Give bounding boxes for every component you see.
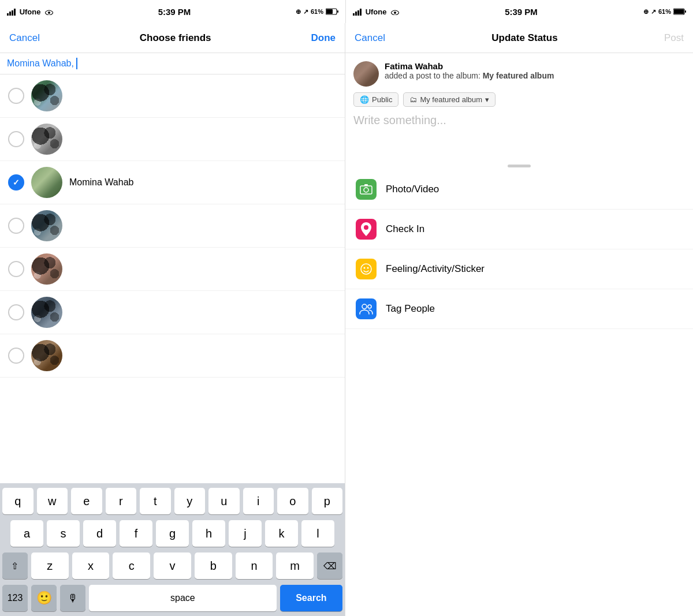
emoji-key[interactable]: 🙂	[31, 585, 57, 611]
svg-rect-11	[360, 9, 362, 16]
cancel-button[interactable]: Cancel	[9, 32, 40, 44]
list-item[interactable]	[0, 248, 345, 291]
right-time: 5:39 PM	[399, 7, 643, 17]
friend-checkbox[interactable]	[8, 304, 24, 320]
key-y[interactable]: y	[174, 488, 206, 514]
avatar	[31, 297, 62, 328]
mic-key[interactable]: 🎙	[60, 585, 85, 611]
key-b[interactable]: b	[195, 552, 232, 579]
key-v[interactable]: v	[154, 552, 191, 579]
key-l[interactable]: l	[301, 520, 334, 547]
search-button[interactable]: Search	[280, 585, 342, 611]
left-time: 5:39 PM	[53, 7, 296, 17]
main-container: Cancel Choose friends Done Momina Wahab,	[0, 23, 693, 616]
left-status-bar: Ufone 5:39 PM ⊕ ↗ 61%	[0, 0, 345, 23]
friend-checkbox[interactable]	[8, 348, 24, 364]
battery-pct: 61%	[311, 8, 323, 15]
key-t[interactable]: t	[140, 488, 171, 514]
space-key[interactable]: space	[89, 585, 277, 611]
feeling-label: Feeling/Activity/Sticker	[386, 263, 485, 275]
avatar	[31, 80, 62, 111]
tag-people-label: Tag People	[386, 303, 435, 315]
key-a[interactable]: a	[10, 520, 43, 547]
list-item[interactable]: Momina Wahab	[0, 161, 345, 204]
feeling-icon	[356, 259, 377, 279]
key-p[interactable]: p	[312, 488, 343, 514]
friend-checkbox-checked[interactable]	[8, 174, 24, 191]
num-key[interactable]: 123	[2, 585, 28, 611]
list-item[interactable]	[0, 74, 345, 118]
action-item-photo[interactable]: Photo/Video	[345, 170, 693, 210]
done-button[interactable]: Done	[311, 32, 336, 44]
cursor	[76, 58, 77, 69]
action-item-checkin[interactable]: Check In	[345, 210, 693, 249]
list-item[interactable]	[0, 204, 345, 248]
tag-item: Momina Wahab,	[7, 58, 74, 69]
key-j[interactable]: j	[229, 520, 262, 547]
key-e[interactable]: e	[71, 488, 102, 514]
action-item-feeling[interactable]: Feeling/Activity/Sticker	[345, 249, 693, 289]
list-item[interactable]	[0, 334, 345, 378]
key-z[interactable]: z	[31, 552, 69, 579]
shift-key[interactable]: ⇧	[2, 552, 28, 579]
list-item[interactable]	[0, 118, 345, 161]
svg-rect-16	[360, 186, 372, 194]
svg-point-4	[48, 12, 50, 14]
key-d[interactable]: d	[83, 520, 116, 547]
check-in-icon	[356, 219, 377, 240]
right-carrier: Ufone	[353, 8, 399, 16]
key-f[interactable]: f	[120, 520, 152, 547]
friend-checkbox[interactable]	[8, 131, 24, 147]
key-q[interactable]: q	[2, 488, 33, 514]
svg-rect-10	[357, 10, 359, 16]
avatar	[31, 340, 62, 371]
svg-rect-1	[9, 12, 11, 16]
friend-checkbox[interactable]	[8, 261, 24, 277]
key-n[interactable]: n	[236, 552, 273, 579]
left-icons: ⊕ ↗ 61%	[296, 8, 338, 16]
right-cancel-button[interactable]: Cancel	[355, 32, 385, 44]
svg-point-23	[362, 304, 367, 309]
svg-point-24	[368, 305, 371, 308]
key-g[interactable]: g	[156, 520, 189, 547]
key-k[interactable]: k	[265, 520, 298, 547]
backspace-key[interactable]: ⌫	[317, 552, 342, 579]
avatar	[31, 124, 62, 155]
left-nav-bar: Cancel Choose friends Done	[0, 23, 345, 53]
sheet-handle	[508, 165, 531, 167]
friend-checkbox[interactable]	[8, 218, 24, 234]
key-h[interactable]: h	[192, 520, 225, 547]
post-compose[interactable]: Write something...	[345, 114, 693, 160]
album-button[interactable]: 🗂 My featured album ▾	[403, 92, 495, 107]
key-s[interactable]: s	[47, 520, 80, 547]
chevron-down-icon: ▾	[485, 95, 489, 104]
friend-checkbox[interactable]	[8, 88, 24, 104]
compose-placeholder: Write something...	[353, 114, 446, 126]
right-status-bar: Ufone 5:39 PM ⊕ ↗ 61%	[346, 0, 693, 23]
svg-rect-15	[685, 10, 686, 13]
key-m[interactable]: m	[276, 552, 314, 579]
svg-rect-8	[353, 13, 355, 16]
key-w[interactable]: w	[37, 488, 68, 514]
right-panel: Cancel Update Status Post Fatima Wahab a…	[345, 23, 693, 616]
tag-people-icon	[356, 298, 377, 319]
right-nav-bar: Cancel Update Status Post	[345, 23, 693, 53]
key-c[interactable]: c	[113, 552, 150, 579]
key-o[interactable]: o	[277, 488, 308, 514]
search-area[interactable]: Momina Wahab,	[0, 53, 345, 74]
keyboard-row-3: ⇧ z x c v b n m ⌫	[2, 552, 342, 579]
key-x[interactable]: x	[72, 552, 110, 579]
list-item[interactable]	[0, 291, 345, 334]
key-r[interactable]: r	[106, 488, 137, 514]
friends-list[interactable]: Momina Wahab	[0, 74, 345, 483]
location-icon: ⊕	[296, 8, 301, 16]
key-i[interactable]: i	[243, 488, 274, 514]
post-button[interactable]: Post	[664, 32, 684, 44]
keyboard-row-bottom: 123 🙂 🎙 space Search	[2, 585, 342, 611]
keyboard: q w e r t y u i o p a s d f g h j k	[0, 483, 345, 616]
audience-button[interactable]: 🌐 Public	[353, 92, 398, 107]
svg-point-12	[394, 12, 396, 14]
action-item-tag[interactable]: Tag People	[345, 289, 693, 329]
svg-rect-7	[337, 10, 338, 13]
key-u[interactable]: u	[208, 488, 240, 514]
